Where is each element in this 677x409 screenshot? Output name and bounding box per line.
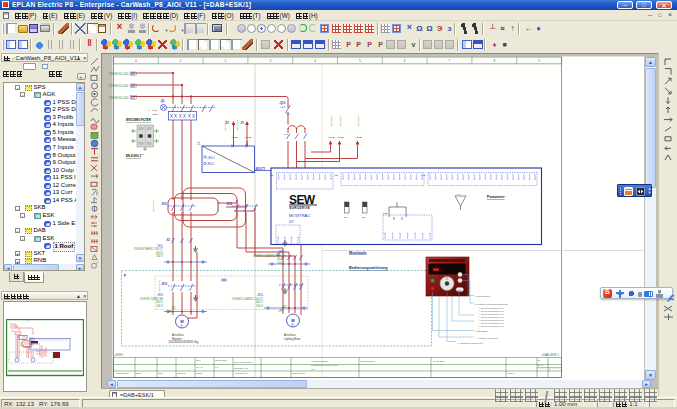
svg-text:Beschleunigungsrampe t11: Beschleunigungsrampe t11 — [481, 316, 504, 318]
svg-text:+U 1-: +U 1- — [455, 193, 461, 196]
svg-text:+DAB+ESK 1: +DAB+ESK 1 — [541, 353, 560, 357]
svg-text:ÖLFLEX CLASSIC 100 CY: ÖLFLEX CLASSIC 100 CY — [232, 297, 263, 301]
svg-text:EURODRIVE: EURODRIVE — [290, 206, 311, 210]
svg-text:1: 1 — [180, 59, 182, 63]
svg-text:=DAB: =DAB — [231, 136, 238, 139]
svg-text:2. Symbole für Funktionsmeldun: 2. Symbole für Funktionsmeldung — [475, 303, 508, 305]
svg-text:-X1: -X1 — [225, 121, 230, 125]
svg-text:Anschluss: Anschluss — [172, 333, 185, 337]
svg-text:F: F — [124, 274, 126, 278]
svg-text:+PE: +PE — [278, 309, 283, 313]
svg-text:07: 07 — [289, 219, 294, 224]
svg-text:2: 2 — [225, 59, 227, 63]
svg-text:MOVITRAC: MOVITRAC — [289, 213, 310, 218]
svg-text:-RG 2: -RG 2 — [207, 162, 214, 166]
svg-text:Beschleunigungsrampe t11: Beschleunigungsrampe t11 — [481, 325, 504, 327]
svg-text:WS11/EMV-FILTER: WS11/EMV-FILTER — [126, 118, 151, 122]
svg-text:L2: L2 — [131, 84, 135, 88]
svg-text:Parameter: Parameter — [487, 195, 505, 199]
svg-text:Beschleunigungsrampe t11: Beschleunigungsrampe t11 — [481, 313, 504, 315]
svg-text:-F11: -F11 — [283, 133, 288, 136]
svg-text:8: 8 — [493, 59, 495, 63]
svg-text:3. Stopptaste: 3. Stopptaste — [475, 330, 489, 332]
svg-text:Gezeichnet: Gezeichnet — [215, 359, 227, 362]
svg-text:=DAB: =DAB — [355, 136, 362, 139]
svg-text:-Q1: -Q1 — [160, 99, 165, 103]
svg-text:+RG 1: +RG 1 — [207, 156, 215, 160]
svg-text:ÖLFLEX 105RO 3H: ÖLFLEX 105RO 3H — [140, 297, 163, 301]
svg-text:(230V/AC3): (230V/AC3) — [357, 115, 359, 127]
svg-text:140/180/0/41/9168/34 4kg: 140/180/0/41/9168/34 4kg — [168, 340, 199, 344]
svg-text:L3: L3 — [131, 96, 135, 100]
svg-text:Rotation: Rotation — [172, 337, 182, 341]
svg-text:3~: 3~ — [180, 324, 184, 328]
svg-text:Lighting Motor: Lighting Motor — [284, 337, 301, 341]
svg-text:Original: Original — [177, 372, 186, 375]
svg-text:Sep: Sep — [196, 359, 201, 362]
svg-text:(230V/AC3): (230V/AC3) — [330, 115, 332, 127]
svg-text:0.5m: 0.5m — [152, 113, 157, 116]
svg-text:Nom: Nom — [158, 372, 163, 375]
svg-text:OK: OK — [458, 289, 462, 291]
svg-text:Name: Name — [196, 372, 203, 375]
svg-text:4G1.5: 4G1.5 — [277, 257, 285, 261]
svg-text:-M2: -M2 — [282, 305, 287, 309]
svg-text:(230V/AC3): (230V/AC3) — [158, 280, 160, 292]
svg-text:-W11: -W11 — [157, 244, 164, 248]
svg-text:Ge. W: Ge. W — [196, 366, 204, 369]
svg-text:=DAB: =DAB — [245, 136, 252, 139]
svg-text:CarWash_P8: CarWash_P8 — [234, 367, 249, 370]
svg-text:Bedienungsanleitung: Bedienungsanleitung — [349, 266, 388, 270]
svg-text:Roof Brushes: Roof Brushes — [360, 360, 375, 363]
svg-text:500 V: 500 V — [156, 254, 163, 258]
svg-text:0: 0 — [135, 59, 137, 63]
svg-text:4G1.5: 4G1.5 — [256, 300, 264, 304]
svg-text:6: 6 — [404, 59, 406, 63]
svg-text:5: 5 — [359, 59, 361, 63]
svg-text:Replaced by: Replaced by — [235, 372, 249, 375]
svg-text:S.Osterburg GmbH & Co.: S.Osterburg GmbH & Co. — [311, 364, 338, 367]
svg-text:3: 3 — [269, 59, 271, 63]
svg-text:=DAB: =DAB — [337, 136, 344, 139]
svg-text:+ESK1: +ESK1 — [114, 353, 124, 357]
svg-text:16A: 16A — [280, 106, 285, 109]
svg-text:Date: Date — [136, 372, 142, 375]
svg-text:500 V: 500 V — [156, 304, 163, 308]
svg-text:-X3: -X3 — [276, 253, 281, 257]
svg-text:ÖLFLEX SERVO 700 CY: ÖLFLEX SERVO 700 CY — [134, 247, 163, 251]
svg-text:-T1: -T1 — [196, 142, 201, 146]
svg-text:-K12: -K12 — [226, 202, 233, 206]
svg-text:-W10-T1: -W10-T1 — [255, 167, 266, 171]
svg-text:4. Auswahl Anzeigewert: 4. Auswahl Anzeigewert — [475, 337, 498, 339]
svg-text:-X3: -X3 — [421, 174, 425, 177]
svg-text:AFkaB Software: AFkaB Software — [311, 360, 329, 363]
svg-text:-W14: -W14 — [257, 293, 264, 297]
svg-text:=DAB+ESK: =DAB+ESK — [432, 360, 445, 363]
svg-text:Replaced of: Replaced of — [292, 372, 305, 375]
svg-text:Beschleunigungsrampe t11: Beschleunigungsrampe t11 — [481, 307, 504, 309]
svg-text:1. Bedientasten: 1. Bedientasten — [475, 295, 491, 297]
svg-text:Beschleunigungsrampe t11: Beschleunigungsrampe t11 — [481, 322, 504, 324]
svg-text:L = 1.7m: L = 1.7m — [148, 109, 157, 112]
svg-text:ÖLFLEX110 4G1 /: ÖLFLEX110 4G1 / — [109, 72, 130, 76]
svg-text:5. Schraub-Potentiometer: 5. Schraub-Potentiometer — [458, 342, 483, 344]
svg-text:4G1.5: 4G1.5 — [156, 251, 164, 255]
svg-text:-X10: -X10 — [382, 212, 388, 215]
svg-text:-X2: -X2 — [166, 238, 171, 242]
svg-text:-W13: -W13 — [157, 293, 164, 297]
svg-text:-K11: -K11 — [161, 202, 167, 206]
svg-text:-X1: -X1 — [240, 121, 245, 125]
svg-text:(230V/AC3): (230V/AC3) — [236, 119, 238, 131]
svg-text:(230V/AC3): (230V/AC3) — [339, 115, 341, 127]
svg-text:Bl. 1: Bl. 1 — [538, 364, 543, 367]
svg-text:Bl.: Bl. — [538, 359, 541, 362]
svg-text:-Q10: -Q10 — [279, 101, 286, 105]
svg-text:ÖLFLEX110 4G1 /: ÖLFLEX110 4G1 / — [109, 84, 130, 88]
svg-text:KG: KG — [311, 368, 315, 371]
svg-text:7: 7 — [449, 59, 451, 63]
svg-text:-K13: -K13 — [161, 282, 168, 286]
svg-text:Anschluss: Anschluss — [284, 333, 297, 337]
svg-text:-X1: -X1 — [270, 174, 274, 177]
svg-text:=DAB: =DAB — [328, 136, 335, 139]
svg-text:4: 4 — [314, 59, 316, 63]
